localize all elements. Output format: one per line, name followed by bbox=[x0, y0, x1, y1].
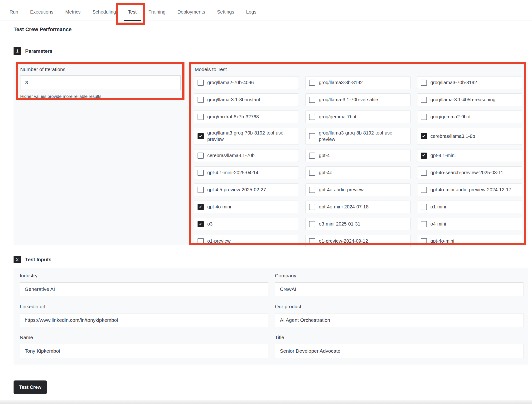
nav-tab-deployments[interactable]: Deployments bbox=[177, 4, 205, 20]
field-label: Our product bbox=[275, 304, 524, 309]
checkbox-icon[interactable] bbox=[421, 170, 427, 176]
model-label: gpt-4o-mini-2024-07-18 bbox=[319, 204, 368, 210]
model-checkbox-item-groq-llama3-8b-8192[interactable]: groq/llama3-8b-8192 bbox=[305, 76, 410, 89]
nav-tab-settings[interactable]: Settings bbox=[217, 4, 234, 20]
model-label: gpt-4.1-mini bbox=[431, 152, 456, 159]
nav-tab-scheduling[interactable]: Scheduling bbox=[92, 4, 116, 20]
checkbox-icon[interactable] bbox=[309, 221, 315, 227]
divider bbox=[13, 39, 528, 39]
checkbox-icon[interactable] bbox=[197, 97, 204, 103]
checkbox-icon[interactable] bbox=[309, 170, 315, 176]
nav-tab-label: Scheduling bbox=[92, 9, 116, 15]
field-input[interactable] bbox=[20, 313, 268, 327]
checkbox-icon[interactable] bbox=[309, 187, 315, 193]
model-checkbox-item-gpt-4o-search-preview-2025-03-11[interactable]: gpt-4o-search-preview-2025-03-11 bbox=[417, 166, 522, 179]
model-checkbox-item-groq-mixtral-8x7b-32768[interactable]: groq/mixtral-8x7b-32768 bbox=[194, 111, 299, 123]
model-checkbox-item-o1-mini[interactable]: o1-mini bbox=[417, 201, 522, 213]
checkbox-icon[interactable] bbox=[197, 187, 204, 193]
field-label: Linkedin url bbox=[20, 304, 268, 309]
model-checkbox-item-gpt-4o-mini-audio-preview-2024-12-17[interactable]: gpt-4o-mini-audio-preview-2024-12-17 bbox=[417, 183, 522, 196]
model-checkbox-item-groq-llama3-70b-8192[interactable]: groq/llama3-70b-8192 bbox=[417, 76, 522, 89]
model-checkbox-item-gpt-4.1-mini[interactable]: ✔ gpt-4.1-mini bbox=[417, 149, 522, 162]
checkbox-icon[interactable]: ✔ bbox=[421, 152, 427, 159]
checkbox-icon[interactable] bbox=[421, 221, 427, 227]
field-input[interactable] bbox=[275, 344, 524, 358]
model-label: gpt-4.5-preview-2025-02-27 bbox=[207, 187, 266, 193]
field-input[interactable] bbox=[275, 282, 524, 296]
model-checkbox-item-gpt-4[interactable]: gpt-4 bbox=[305, 149, 410, 162]
checkbox-icon[interactable] bbox=[309, 152, 315, 159]
checkbox-icon[interactable] bbox=[421, 114, 427, 120]
model-checkbox-item-gpt-4o-audio-preview[interactable]: gpt-4o-audio-preview bbox=[305, 183, 410, 196]
model-checkbox-item-gpt-4o-mini-2024-07-18[interactable]: gpt-4o-mini-2024-07-18 bbox=[305, 201, 410, 213]
checkbox-icon[interactable]: ✔ bbox=[197, 133, 204, 139]
checkbox-icon[interactable] bbox=[197, 170, 204, 176]
nav-tab-logs[interactable]: Logs bbox=[246, 4, 256, 20]
field-input[interactable] bbox=[275, 313, 524, 327]
checkbox-icon[interactable] bbox=[421, 204, 427, 210]
model-checkbox-item-groq-llama3-groq-8b-8192-tool-use-preview[interactable]: groq/llama3-groq-8b-8192-tool-use-previe… bbox=[305, 128, 410, 145]
nav-tab-metrics[interactable]: Metrics bbox=[65, 4, 81, 20]
model-checkbox-item-groq-gemma-7b-it[interactable]: groq/gemma-7b-it bbox=[305, 111, 410, 123]
checkbox-icon[interactable] bbox=[421, 97, 427, 103]
checkbox-icon[interactable]: ✔ bbox=[197, 221, 204, 227]
model-checkbox-item-gpt-4o-mini[interactable]: ✔ gpt-4o-mini bbox=[194, 201, 299, 213]
model-checkbox-item-gpt-4.1-mini-2025-04-14[interactable]: gpt-4.1-mini-2025-04-14 bbox=[194, 166, 299, 179]
checkbox-icon[interactable] bbox=[197, 238, 204, 244]
checkbox-icon[interactable]: ✔ bbox=[197, 204, 204, 210]
field-label: Company bbox=[275, 273, 524, 278]
model-checkbox-item-groq-llama-3.1-70b-versatile[interactable]: groq/llama-3.1-70b-versatile bbox=[305, 93, 410, 106]
model-label: groq/llama3-groq-8b-8192-tool-use-previe… bbox=[319, 130, 407, 143]
checkbox-icon[interactable] bbox=[309, 97, 315, 103]
checkbox-icon[interactable] bbox=[421, 187, 427, 193]
nav-tab-test[interactable]: Test bbox=[128, 4, 137, 20]
model-checkbox-item-groq-llama-3.1-405b-reasoning[interactable]: groq/llama-3.1-405b-reasoning bbox=[417, 93, 522, 106]
model-label: groq/llama3-70b-8192 bbox=[431, 79, 477, 86]
iterations-input[interactable] bbox=[20, 75, 181, 90]
model-checkbox-item-groq-llama3-groq-70b-8192-tool-use-preview[interactable]: ✔ groq/llama3-groq-70b-8192-tool-use-pre… bbox=[194, 128, 299, 145]
checkbox-icon[interactable] bbox=[309, 238, 315, 244]
checkbox-icon[interactable] bbox=[309, 114, 315, 120]
model-checkbox-item-o1-preview[interactable]: o1-preview bbox=[194, 235, 299, 247]
model-checkbox-item-cerebras-llama3.1-70b[interactable]: cerebras/llama3.1-70b bbox=[194, 149, 299, 162]
test-crew-button[interactable]: Test Crew bbox=[13, 380, 47, 394]
nav-tab-training[interactable]: Training bbox=[149, 4, 166, 20]
model-label: gpt-4o bbox=[319, 170, 332, 176]
model-label: groq/llama-3.1-405b-reasoning bbox=[431, 96, 496, 103]
model-checkbox-item-groq-llama-3.1-8b-instant[interactable]: groq/llama-3.1-8b-instant bbox=[194, 93, 299, 106]
model-checkbox-item-cerebras-llama3.1-8b[interactable]: ✔ cerebras/llama3.1-8b bbox=[417, 128, 522, 145]
model-checkbox-item-o3[interactable]: ✔ o3 bbox=[194, 218, 299, 230]
checkbox-icon[interactable] bbox=[309, 80, 315, 86]
model-checkbox-item-gpt-4o-mini[interactable]: gpt-4o-mini bbox=[417, 235, 522, 247]
model-checkbox-item-o4-mini[interactable]: o4-mini bbox=[417, 218, 522, 230]
field-input[interactable] bbox=[20, 344, 268, 358]
checkbox-icon[interactable] bbox=[309, 133, 315, 139]
checkbox-icon[interactable] bbox=[309, 204, 315, 210]
nav-tab-executions[interactable]: Executions bbox=[30, 4, 53, 20]
field-input[interactable] bbox=[20, 282, 268, 296]
checkbox-icon[interactable] bbox=[421, 238, 427, 244]
checkbox-icon[interactable] bbox=[421, 80, 427, 86]
checkbox-icon[interactable]: ✔ bbox=[421, 133, 427, 139]
model-checkbox-item-groq-llama2-70b-4096[interactable]: groq/llama2-70b-4096 bbox=[194, 76, 299, 89]
checkbox-icon[interactable] bbox=[197, 114, 204, 120]
model-label: groq/gemma-7b-it bbox=[319, 114, 356, 120]
model-checkbox-item-gpt-4.5-preview-2025-02-27[interactable]: gpt-4.5-preview-2025-02-27 bbox=[194, 183, 299, 196]
field-our-product: Our product bbox=[275, 304, 524, 327]
checkbox-icon[interactable] bbox=[197, 80, 204, 86]
divider bbox=[13, 374, 528, 374]
model-checkbox-item-gpt-4o[interactable]: gpt-4o bbox=[305, 166, 410, 179]
model-label: groq/llama3-groq-70b-8192-tool-use-previ… bbox=[207, 130, 295, 143]
check-icon: ✔ bbox=[199, 222, 202, 226]
nav-tab-run[interactable]: Run bbox=[10, 4, 18, 20]
model-checkbox-item-o3-mini-2025-01-31[interactable]: o3-mini-2025-01-31 bbox=[305, 218, 410, 230]
page-bottom-edge bbox=[0, 400, 532, 404]
checkbox-icon[interactable] bbox=[197, 152, 204, 159]
model-label: groq/llama-3.1-70b-versatile bbox=[319, 96, 378, 103]
nav-tab-label: Deployments bbox=[177, 9, 205, 15]
model-checkbox-item-o1-preview-2024-09-12[interactable]: o1-preview-2024-09-12 bbox=[305, 235, 410, 247]
field-label: Industry bbox=[20, 273, 268, 278]
field-linkedin-url: Linkedin url bbox=[20, 304, 268, 327]
model-checkbox-item-groq-gemma2-9b-it[interactable]: groq/gemma2-9b-it bbox=[417, 111, 522, 123]
model-label: o3-mini-2025-01-31 bbox=[319, 221, 360, 227]
